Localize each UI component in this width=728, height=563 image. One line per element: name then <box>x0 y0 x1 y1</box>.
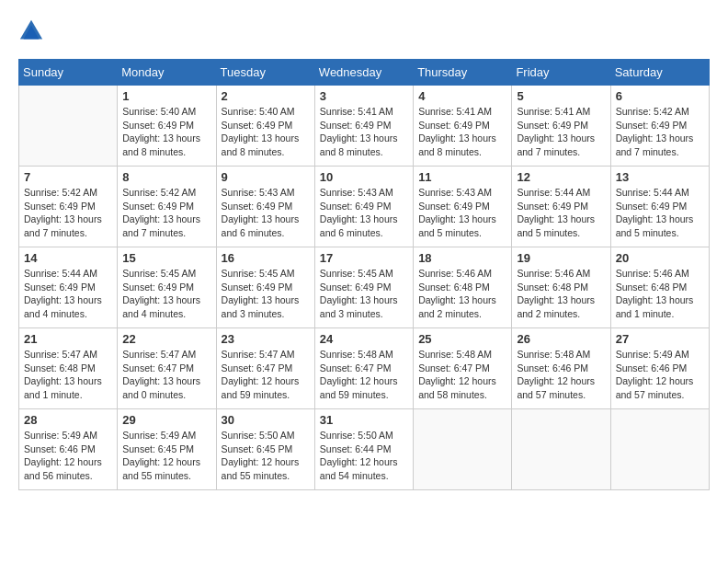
week-row-4: 21Sunrise: 5:47 AM Sunset: 6:48 PM Dayli… <box>19 328 710 409</box>
table-cell: 5Sunrise: 5:41 AM Sunset: 6:49 PM Daylig… <box>512 86 610 167</box>
day-number: 17 <box>320 251 408 265</box>
table-cell: 14Sunrise: 5:44 AM Sunset: 6:49 PM Dayli… <box>19 247 118 328</box>
day-info: Sunrise: 5:47 AM Sunset: 6:48 PM Dayligh… <box>24 348 112 402</box>
day-number: 25 <box>418 332 506 346</box>
day-info: Sunrise: 5:43 AM Sunset: 6:49 PM Dayligh… <box>418 186 506 240</box>
day-info: Sunrise: 5:40 AM Sunset: 6:49 PM Dayligh… <box>122 105 210 159</box>
day-number: 24 <box>320 332 408 346</box>
day-number: 22 <box>122 332 210 346</box>
day-info: Sunrise: 5:49 AM Sunset: 6:46 PM Dayligh… <box>24 429 112 483</box>
day-info: Sunrise: 5:48 AM Sunset: 6:47 PM Dayligh… <box>320 348 408 402</box>
day-number: 11 <box>418 170 506 184</box>
day-info: Sunrise: 5:44 AM Sunset: 6:49 PM Dayligh… <box>616 186 704 240</box>
table-cell: 16Sunrise: 5:45 AM Sunset: 6:49 PM Dayli… <box>216 247 314 328</box>
day-number: 21 <box>24 332 112 346</box>
day-number: 29 <box>122 413 210 427</box>
table-cell: 20Sunrise: 5:46 AM Sunset: 6:48 PM Dayli… <box>610 247 709 328</box>
day-number: 27 <box>616 332 704 346</box>
day-info: Sunrise: 5:46 AM Sunset: 6:48 PM Dayligh… <box>616 267 704 321</box>
table-cell: 2Sunrise: 5:40 AM Sunset: 6:49 PM Daylig… <box>216 86 314 167</box>
table-cell <box>19 86 118 167</box>
table-cell: 17Sunrise: 5:45 AM Sunset: 6:49 PM Dayli… <box>314 247 413 328</box>
day-info: Sunrise: 5:48 AM Sunset: 6:46 PM Dayligh… <box>517 348 605 402</box>
table-cell: 11Sunrise: 5:43 AM Sunset: 6:49 PM Dayli… <box>414 167 512 247</box>
day-info: Sunrise: 5:42 AM Sunset: 6:49 PM Dayligh… <box>122 186 210 240</box>
day-number: 16 <box>222 251 310 265</box>
table-cell: 21Sunrise: 5:47 AM Sunset: 6:48 PM Dayli… <box>19 328 118 409</box>
day-info: Sunrise: 5:45 AM Sunset: 6:49 PM Dayligh… <box>320 267 408 321</box>
week-row-1: 1Sunrise: 5:40 AM Sunset: 6:49 PM Daylig… <box>19 86 710 167</box>
table-cell: 4Sunrise: 5:41 AM Sunset: 6:49 PM Daylig… <box>414 86 512 167</box>
day-number: 26 <box>517 332 605 346</box>
table-cell: 10Sunrise: 5:43 AM Sunset: 6:49 PM Dayli… <box>314 167 413 247</box>
day-number: 6 <box>616 89 704 103</box>
calendar-header: SundayMondayTuesdayWednesdayThursdayFrid… <box>19 60 710 86</box>
header-sunday: Sunday <box>19 60 118 86</box>
table-cell: 26Sunrise: 5:48 AM Sunset: 6:46 PM Dayli… <box>512 328 610 409</box>
day-info: Sunrise: 5:50 AM Sunset: 6:45 PM Dayligh… <box>222 429 310 483</box>
table-cell: 6Sunrise: 5:42 AM Sunset: 6:49 PM Daylig… <box>610 86 709 167</box>
day-info: Sunrise: 5:41 AM Sunset: 6:49 PM Dayligh… <box>418 105 506 159</box>
table-cell <box>512 409 610 490</box>
day-number: 3 <box>320 89 408 103</box>
day-info: Sunrise: 5:46 AM Sunset: 6:48 PM Dayligh… <box>517 267 605 321</box>
table-cell: 7Sunrise: 5:42 AM Sunset: 6:49 PM Daylig… <box>19 167 118 247</box>
day-info: Sunrise: 5:47 AM Sunset: 6:47 PM Dayligh… <box>222 348 310 402</box>
day-number: 28 <box>24 413 112 427</box>
day-info: Sunrise: 5:46 AM Sunset: 6:48 PM Dayligh… <box>418 267 506 321</box>
table-cell: 18Sunrise: 5:46 AM Sunset: 6:48 PM Dayli… <box>414 247 512 328</box>
table-cell: 3Sunrise: 5:41 AM Sunset: 6:49 PM Daylig… <box>314 86 413 167</box>
table-cell <box>414 409 512 490</box>
day-number: 10 <box>320 170 408 184</box>
day-number: 23 <box>222 332 310 346</box>
table-cell: 13Sunrise: 5:44 AM Sunset: 6:49 PM Dayli… <box>610 167 709 247</box>
table-cell <box>610 409 709 490</box>
day-number: 8 <box>122 170 210 184</box>
day-number: 2 <box>222 89 310 103</box>
page-header <box>18 18 710 44</box>
day-info: Sunrise: 5:43 AM Sunset: 6:49 PM Dayligh… <box>320 186 408 240</box>
day-number: 31 <box>320 413 408 427</box>
day-number: 18 <box>418 251 506 265</box>
table-cell: 27Sunrise: 5:49 AM Sunset: 6:46 PM Dayli… <box>610 328 709 409</box>
week-row-3: 14Sunrise: 5:44 AM Sunset: 6:49 PM Dayli… <box>19 247 710 328</box>
day-number: 12 <box>517 170 605 184</box>
day-info: Sunrise: 5:43 AM Sunset: 6:49 PM Dayligh… <box>222 186 310 240</box>
day-number: 13 <box>616 170 704 184</box>
calendar-table: SundayMondayTuesdayWednesdayThursdayFrid… <box>18 59 710 490</box>
week-row-2: 7Sunrise: 5:42 AM Sunset: 6:49 PM Daylig… <box>19 167 710 247</box>
day-info: Sunrise: 5:40 AM Sunset: 6:49 PM Dayligh… <box>222 105 310 159</box>
day-number: 7 <box>24 170 112 184</box>
calendar-body: 1Sunrise: 5:40 AM Sunset: 6:49 PM Daylig… <box>19 86 710 490</box>
table-cell: 24Sunrise: 5:48 AM Sunset: 6:47 PM Dayli… <box>314 328 413 409</box>
day-info: Sunrise: 5:49 AM Sunset: 6:46 PM Dayligh… <box>616 348 704 402</box>
day-number: 14 <box>24 251 112 265</box>
table-cell: 1Sunrise: 5:40 AM Sunset: 6:49 PM Daylig… <box>118 86 216 167</box>
day-info: Sunrise: 5:49 AM Sunset: 6:45 PM Dayligh… <box>122 429 210 483</box>
logo <box>18 18 48 44</box>
header-wednesday: Wednesday <box>314 60 413 86</box>
week-row-5: 28Sunrise: 5:49 AM Sunset: 6:46 PM Dayli… <box>19 409 710 490</box>
table-cell: 25Sunrise: 5:48 AM Sunset: 6:47 PM Dayli… <box>414 328 512 409</box>
header-monday: Monday <box>118 60 216 86</box>
day-number: 1 <box>122 89 210 103</box>
logo-icon <box>18 18 44 44</box>
table-cell: 9Sunrise: 5:43 AM Sunset: 6:49 PM Daylig… <box>216 167 314 247</box>
day-info: Sunrise: 5:42 AM Sunset: 6:49 PM Dayligh… <box>24 186 112 240</box>
days-of-week-row: SundayMondayTuesdayWednesdayThursdayFrid… <box>19 60 710 86</box>
table-cell: 12Sunrise: 5:44 AM Sunset: 6:49 PM Dayli… <box>512 167 610 247</box>
header-thursday: Thursday <box>414 60 512 86</box>
day-number: 30 <box>222 413 310 427</box>
day-info: Sunrise: 5:45 AM Sunset: 6:49 PM Dayligh… <box>222 267 310 321</box>
day-info: Sunrise: 5:42 AM Sunset: 6:49 PM Dayligh… <box>616 105 704 159</box>
table-cell: 30Sunrise: 5:50 AM Sunset: 6:45 PM Dayli… <box>216 409 314 490</box>
day-info: Sunrise: 5:41 AM Sunset: 6:49 PM Dayligh… <box>517 105 605 159</box>
table-cell: 15Sunrise: 5:45 AM Sunset: 6:49 PM Dayli… <box>118 247 216 328</box>
header-saturday: Saturday <box>610 60 709 86</box>
table-cell: 8Sunrise: 5:42 AM Sunset: 6:49 PM Daylig… <box>118 167 216 247</box>
day-info: Sunrise: 5:44 AM Sunset: 6:49 PM Dayligh… <box>517 186 605 240</box>
day-number: 5 <box>517 89 605 103</box>
table-cell: 29Sunrise: 5:49 AM Sunset: 6:45 PM Dayli… <box>118 409 216 490</box>
day-info: Sunrise: 5:45 AM Sunset: 6:49 PM Dayligh… <box>122 267 210 321</box>
day-info: Sunrise: 5:41 AM Sunset: 6:49 PM Dayligh… <box>320 105 408 159</box>
